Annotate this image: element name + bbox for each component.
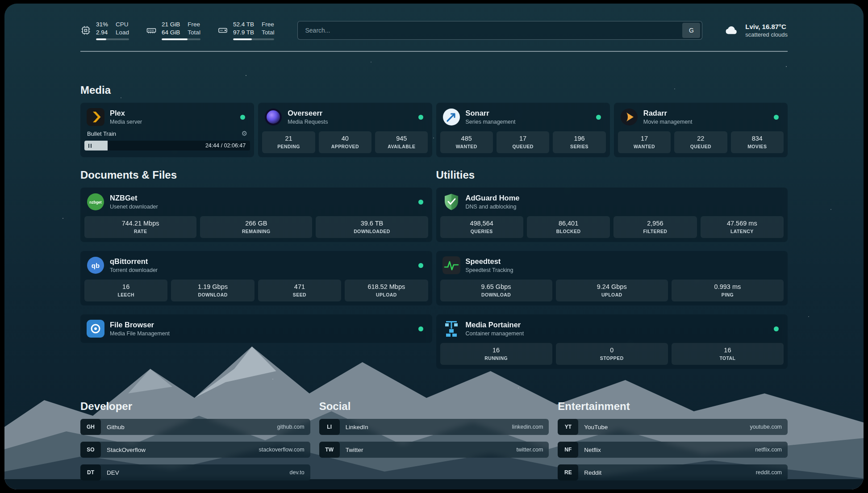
bookmark-name: Twitter: [346, 447, 363, 453]
stat-leech: 16 LEECH: [84, 280, 167, 301]
search-provider-button[interactable]: G: [682, 23, 700, 38]
bookmark-group-developer: Developer GH Github github.com SO StackO…: [80, 400, 310, 487]
bookmark-name: Netflix: [584, 447, 601, 453]
stat-stopped: 0 STOPPED: [556, 343, 668, 365]
disk-label-top: Free: [262, 21, 275, 28]
service-name: Speedtest: [466, 257, 513, 266]
service-name: Media Portainer: [466, 321, 524, 329]
service-desc: Container management: [466, 330, 524, 337]
bookmark-group-entertainment: Entertainment YT YouTube youtube.com NF …: [558, 400, 788, 487]
service-card-overseerr[interactable]: Overseerr Media Requests 21 PENDING 40 A…: [258, 103, 432, 157]
bookmark-name: StackOverflow: [107, 447, 146, 453]
filebrowser-icon: [87, 320, 104, 338]
memory-label-bottom: Total: [188, 29, 200, 36]
sonarr-icon: [442, 108, 460, 126]
search-input[interactable]: [304, 26, 682, 34]
bookmark-netflix[interactable]: NF Netflix netflix.com: [558, 442, 788, 458]
service-desc: Torrent downloader: [110, 267, 158, 273]
cpu-load-value: 2.94: [96, 29, 108, 36]
service-name: Plex: [110, 109, 142, 117]
bookmark-abbr: LI: [319, 419, 340, 435]
status-dot: [240, 115, 245, 120]
memory-widget: 21 GiB Free 64 GiB Total: [146, 21, 200, 40]
weather-location: Lviv, 16.87°C: [745, 23, 788, 30]
stat-total: 16 TOTAL: [672, 343, 784, 365]
bookmark-stackoverflow[interactable]: SO StackOverflow stackoverflow.com: [80, 442, 310, 458]
bookmark-url: netflix.com: [755, 447, 782, 453]
service-card-radarr[interactable]: Radarr Movie management 17 WANTED 22 QUE…: [614, 103, 788, 157]
stat-seed: 471 SEED: [258, 280, 341, 301]
service-desc: DNS and adblocking: [466, 204, 520, 210]
stat-upload: 618.52 Mbps UPLOAD: [345, 280, 428, 301]
system-stats-group: 31% CPU 2.94 Load 21 GiB: [80, 21, 274, 40]
service-desc: Speedtest Tracking: [466, 267, 513, 273]
stat-queued: 22 QUEUED: [674, 131, 727, 153]
bookmark-url: linkedin.com: [512, 424, 543, 430]
now-playing-title: Bullet Train: [87, 130, 116, 137]
disk-widget: 52.4 TB Free 97.9 TB Total: [217, 21, 275, 40]
cloud-icon: [723, 24, 740, 37]
service-card-portainer[interactable]: Media Portainer Container management 16 …: [436, 314, 788, 369]
memory-progress-bar: [162, 38, 200, 40]
cpu-progress-bar: [96, 38, 129, 40]
cpu-icon: [80, 25, 91, 36]
bookmark-youtube[interactable]: YT YouTube youtube.com: [558, 419, 788, 435]
radarr-icon: [620, 108, 638, 126]
social-section-title: Social: [319, 400, 549, 413]
utilities-section-title: Utilities: [436, 169, 788, 181]
bookmark-abbr: SO: [80, 442, 101, 458]
service-card-filebrowser[interactable]: File Browser Media File Management: [80, 314, 432, 343]
bookmark-name: LinkedIn: [346, 424, 368, 430]
service-card-adguard[interactable]: AdGuard Home DNS and adblocking 498,564 …: [436, 188, 788, 242]
service-name: Sonarr: [466, 109, 516, 117]
service-desc: Usenet downloader: [110, 204, 158, 210]
stat-downloaded: 39.6 TB DOWNLOADED: [316, 216, 428, 238]
bookmark-name: Reddit: [584, 469, 601, 476]
plex-icon: [87, 108, 104, 126]
bookmark-name: YouTube: [584, 424, 608, 430]
stat-wanted: 485 WANTED: [440, 131, 493, 153]
service-card-plex[interactable]: Plex Media server Bullet Train ⚙ 24:44 /…: [80, 103, 254, 157]
bookmark-reddit[interactable]: RE Reddit reddit.com: [558, 464, 788, 480]
section-media: Media Plex Media server: [80, 84, 788, 157]
settings-gear-icon[interactable]: ⚙: [242, 130, 247, 138]
playback-progress-bar[interactable]: 24:44 / 02:06:47: [84, 141, 250, 150]
svg-text:qb: qb: [92, 262, 100, 269]
cpu-widget: 31% CPU 2.94 Load: [80, 21, 129, 40]
stat-approved: 40 APPROVED: [319, 131, 371, 153]
bookmark-abbr: NF: [558, 442, 578, 458]
disk-icon: [217, 25, 228, 36]
stat-download: 1.19 Gbps DOWNLOAD: [171, 280, 254, 301]
service-name: AdGuard Home: [466, 194, 520, 202]
bookmark-url: reddit.com: [756, 469, 782, 476]
overseerr-icon: [264, 108, 282, 126]
service-name: NZBGet: [110, 194, 158, 202]
bookmark-dev[interactable]: DT DEV dev.to: [80, 464, 310, 480]
header-divider: [80, 51, 788, 52]
bookmark-url: dev.to: [290, 469, 305, 476]
disk-free-value: 52.4 TB: [233, 21, 254, 28]
bookmark-twitter[interactable]: TW Twitter twitter.com: [319, 442, 549, 458]
service-desc: Media Requests: [288, 119, 328, 125]
service-card-nzbget[interactable]: nzbget NZBGet Usenet downloader 744.21 M…: [80, 188, 432, 242]
stat-running: 16 RUNNING: [440, 343, 552, 365]
portainer-icon: [442, 320, 460, 338]
stat-wanted: 17 WANTED: [618, 131, 671, 153]
service-card-speedtest[interactable]: Speedtest Speedtest Tracking 9.65 Gbps D…: [436, 251, 788, 305]
status-dot: [774, 115, 779, 120]
bookmark-linkedin[interactable]: LI LinkedIn linkedin.com: [319, 419, 549, 435]
bookmark-url: github.com: [277, 424, 305, 430]
bookmark-group-social: Social LI LinkedIn linkedin.com TW Twitt…: [319, 400, 549, 464]
service-card-qbittorrent[interactable]: qb qBittorrent Torrent downloader 16: [80, 251, 432, 305]
bookmark-github[interactable]: GH Github github.com: [80, 419, 310, 435]
stat-queued: 17 QUEUED: [497, 131, 549, 153]
service-desc: Series management: [466, 119, 516, 125]
weather-widget: Lviv, 16.87°C scattered clouds: [723, 23, 788, 38]
playback-fill: [84, 141, 108, 150]
service-name: Radarr: [643, 109, 693, 117]
bookmark-name: Github: [107, 424, 125, 430]
svg-text:nzbget: nzbget: [89, 200, 102, 205]
stat-queries: 498,564 QUERIES: [440, 216, 523, 238]
service-card-sonarr[interactable]: Sonarr Series management 485 WANTED 17 Q…: [436, 103, 610, 157]
pause-button[interactable]: [88, 144, 92, 148]
